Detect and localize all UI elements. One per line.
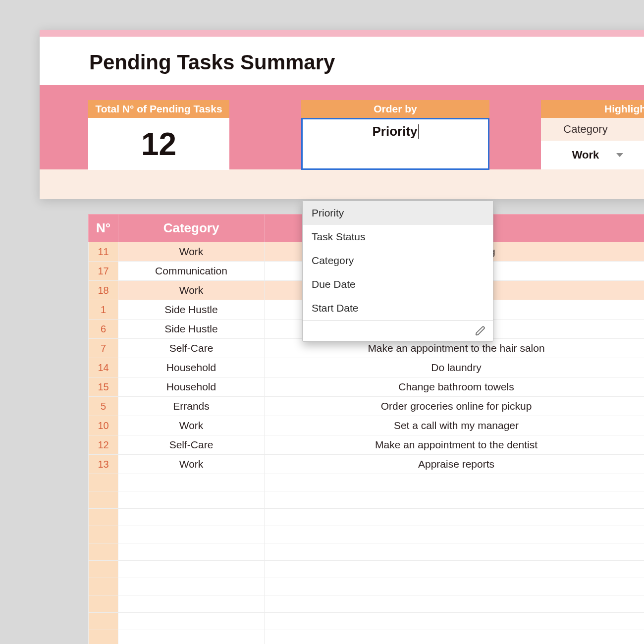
cell-task[interactable] bbox=[265, 543, 644, 561]
chevron-down-icon bbox=[616, 153, 623, 157]
dropdown-option-priority[interactable]: Priority bbox=[303, 201, 493, 225]
cell-task[interactable] bbox=[265, 491, 644, 509]
cell-number[interactable] bbox=[89, 526, 118, 543]
table-row-empty[interactable] bbox=[89, 474, 644, 491]
cell-task[interactable]: Do laundry bbox=[265, 358, 644, 377]
cell-category[interactable]: Side Hustle bbox=[118, 300, 265, 320]
cell-number[interactable] bbox=[89, 509, 118, 526]
col-header-category[interactable]: Category bbox=[118, 215, 265, 242]
cell-task[interactable] bbox=[265, 526, 644, 543]
dropdown-option-task-status[interactable]: Task Status bbox=[303, 225, 493, 249]
cell-category[interactable]: Work bbox=[118, 281, 265, 300]
cell-task[interactable]: Order groceries online for pickup bbox=[265, 397, 644, 416]
cell-number[interactable] bbox=[89, 474, 118, 491]
cell-category[interactable] bbox=[118, 491, 265, 509]
cell-category[interactable]: Work bbox=[118, 242, 265, 262]
table-row-empty[interactable] bbox=[89, 613, 644, 630]
dropdown-option-category[interactable]: Category bbox=[303, 249, 493, 272]
cell-number[interactable] bbox=[89, 543, 118, 561]
cell-category[interactable] bbox=[118, 543, 265, 561]
cell-number[interactable] bbox=[89, 630, 118, 644]
table-row-empty[interactable] bbox=[89, 491, 644, 509]
pencil-icon[interactable] bbox=[475, 325, 486, 336]
window-top-stripe bbox=[40, 30, 644, 37]
cell-number[interactable]: 11 bbox=[89, 242, 118, 262]
table-row-empty[interactable] bbox=[89, 526, 644, 543]
table-row-empty[interactable] bbox=[89, 595, 644, 613]
cell-category[interactable] bbox=[118, 474, 265, 491]
cell-task[interactable]: Change bathroom towels bbox=[265, 377, 644, 397]
cell-category[interactable]: Work bbox=[118, 455, 265, 474]
cell-task[interactable]: Set a call with my manager bbox=[265, 416, 644, 435]
cell-number[interactable] bbox=[89, 561, 118, 578]
cell-task[interactable] bbox=[265, 561, 644, 578]
table-row[interactable]: 5ErrandsOrder groceries online for picku… bbox=[89, 397, 644, 416]
cell-category[interactable]: Communication bbox=[118, 262, 265, 281]
highlight-priority-select[interactable]: High bbox=[630, 141, 644, 169]
title-bar: Pending Tasks Summary bbox=[40, 37, 644, 85]
cell-number[interactable]: 14 bbox=[89, 358, 118, 377]
cell-number[interactable]: 18 bbox=[89, 281, 118, 300]
dropdown-option-due-date[interactable]: Due Date bbox=[303, 272, 493, 296]
cell-number[interactable]: 7 bbox=[89, 339, 118, 358]
cell-number[interactable]: 17 bbox=[89, 262, 118, 281]
cell-category[interactable]: Self-Care bbox=[118, 435, 265, 455]
table-row-empty[interactable] bbox=[89, 543, 644, 561]
cell-number[interactable] bbox=[89, 578, 118, 595]
spreadsheet-window: Pending Tasks Summary Total N° of Pendin… bbox=[40, 30, 644, 199]
cell-category[interactable] bbox=[118, 578, 265, 595]
cell-number[interactable]: 5 bbox=[89, 397, 118, 416]
cell-category[interactable]: Self-Care bbox=[118, 339, 265, 358]
table-row[interactable]: 10WorkSet a call with my managerMediu bbox=[89, 416, 644, 435]
table-row[interactable]: 13WorkAppraise reportsMediu bbox=[89, 455, 644, 474]
table-row[interactable]: 14HouseholdDo laundryLow bbox=[89, 358, 644, 377]
cell-number[interactable]: 12 bbox=[89, 435, 118, 455]
table-row[interactable]: 12Self-CareMake an appointment to the de… bbox=[89, 435, 644, 455]
table-row-empty[interactable] bbox=[89, 630, 644, 644]
highlight-filter-body: Category Priorit Work High bbox=[541, 118, 644, 169]
highlight-category-value: Work bbox=[572, 149, 599, 161]
highlight-filter-card: Highlight f Category Priorit Work High bbox=[541, 100, 644, 169]
cell-number[interactable]: 15 bbox=[89, 377, 118, 397]
cell-task[interactable] bbox=[265, 474, 644, 491]
cell-category[interactable]: Work bbox=[118, 416, 265, 435]
cell-number[interactable]: 13 bbox=[89, 455, 118, 474]
page-title: Pending Tasks Summary bbox=[89, 51, 624, 74]
cell-category[interactable]: Side Hustle bbox=[118, 320, 265, 339]
table-row-empty[interactable] bbox=[89, 509, 644, 526]
order-by-cell[interactable]: Priority bbox=[301, 118, 489, 170]
cell-number[interactable] bbox=[89, 491, 118, 509]
cream-band bbox=[40, 169, 644, 199]
cell-category[interactable]: Household bbox=[118, 358, 265, 377]
cell-task[interactable]: Make an appointment to the dentist bbox=[265, 435, 644, 455]
dropdown-option-start-date[interactable]: Start Date bbox=[303, 296, 493, 320]
table-row[interactable]: 15HouseholdChange bathroom towelsLow bbox=[89, 377, 644, 397]
cell-number[interactable]: 6 bbox=[89, 320, 118, 339]
cell-category[interactable] bbox=[118, 509, 265, 526]
cell-category[interactable] bbox=[118, 630, 265, 644]
table-row-empty[interactable] bbox=[89, 578, 644, 595]
cell-category[interactable] bbox=[118, 561, 265, 578]
cell-category[interactable]: Household bbox=[118, 377, 265, 397]
cell-category[interactable] bbox=[118, 595, 265, 613]
cell-category[interactable] bbox=[118, 613, 265, 630]
cell-number[interactable] bbox=[89, 595, 118, 613]
cell-number[interactable]: 10 bbox=[89, 416, 118, 435]
cell-task[interactable] bbox=[265, 578, 644, 595]
total-pending-value: 12 bbox=[141, 126, 176, 162]
cell-task[interactable] bbox=[265, 613, 644, 630]
total-pending-header: Total N° of Pending Tasks bbox=[88, 100, 229, 118]
table-row-empty[interactable] bbox=[89, 561, 644, 578]
dropdown-footer bbox=[303, 320, 493, 341]
cell-task[interactable] bbox=[265, 630, 644, 644]
cell-number[interactable] bbox=[89, 613, 118, 630]
col-header-number[interactable]: N° bbox=[89, 215, 118, 242]
cell-task[interactable]: Appraise reports bbox=[265, 455, 644, 474]
order-by-card: Order by Priority bbox=[301, 100, 489, 170]
cell-task[interactable] bbox=[265, 509, 644, 526]
cell-category[interactable] bbox=[118, 526, 265, 543]
cell-category[interactable]: Errands bbox=[118, 397, 265, 416]
cell-number[interactable]: 1 bbox=[89, 300, 118, 320]
cell-task[interactable] bbox=[265, 595, 644, 613]
highlight-category-select[interactable]: Work bbox=[541, 141, 630, 169]
